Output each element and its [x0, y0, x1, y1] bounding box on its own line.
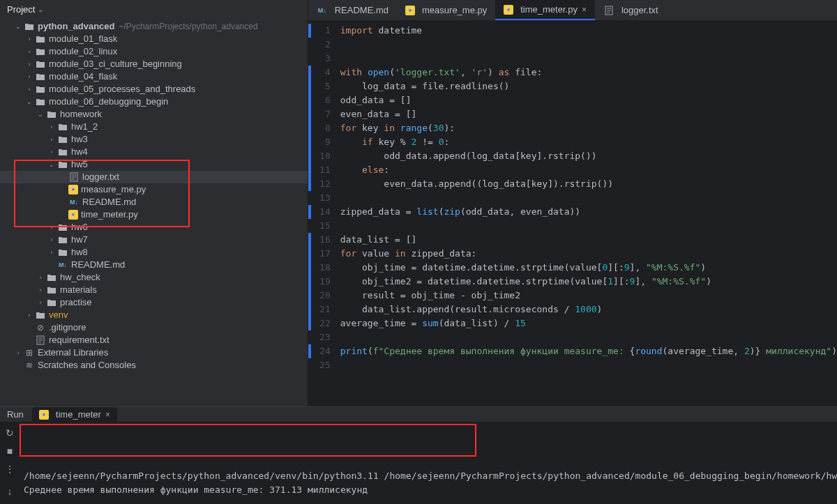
run-tab[interactable]: time_meter × — [32, 407, 117, 422]
twistie-icon[interactable]: › — [25, 309, 33, 321]
code-line[interactable]: even_data = [] — [338, 107, 837, 121]
code-line[interactable] — [338, 358, 837, 372]
code-line[interactable]: zipped_data = list(zip(odd_data, even_da… — [338, 205, 837, 219]
code-line[interactable]: print(f"Среднее время выполнения функции… — [338, 344, 837, 358]
tree-row[interactable]: ›module_05_processes_and_threads — [0, 83, 308, 96]
code-line[interactable]: for key in range(30): — [338, 121, 837, 135]
tree-row[interactable]: ›module_04_flask — [0, 70, 308, 83]
twistie-icon[interactable]: › — [47, 246, 56, 259]
editor-tab[interactable]: M↓README.md — [308, 0, 397, 20]
tree-row[interactable]: ›module_02_linux — [0, 45, 308, 58]
tree-row[interactable]: ›venv — [0, 309, 308, 321]
run-body: ↻ ■ ⋮ ↓ » /home/sejeenn/PycharmProjects/… — [0, 422, 837, 504]
more-icon[interactable]: ⋮ — [5, 464, 15, 475]
tree-row[interactable]: ⊘.gitignore — [0, 321, 308, 334]
stop-icon[interactable]: ■ — [7, 445, 13, 457]
twistie-icon[interactable]: › — [25, 45, 33, 58]
tree-row[interactable]: ⌄python_advanced~/PycharmProjects/python… — [0, 20, 308, 33]
code-line[interactable]: if key % 2 != 0: — [338, 135, 837, 149]
code-line[interactable]: obj_time = datetime.datetime.strptime(va… — [338, 261, 837, 275]
tree-row[interactable]: ›practise — [0, 296, 308, 309]
tree-row[interactable]: time_meter.py — [0, 208, 308, 221]
tree-label: python_advanced — [38, 20, 115, 33]
project-header[interactable]: Project ⌄ — [0, 0, 308, 19]
tree-row[interactable]: ≋Scratches and Consoles — [0, 359, 308, 372]
twistie-icon[interactable]: › — [25, 83, 33, 96]
code-line[interactable]: with open('logger.txt', 'r') as file: — [338, 66, 837, 79]
twistie-icon[interactable]: › — [36, 271, 45, 284]
tree-row[interactable]: ⌄hw5 — [0, 158, 308, 171]
code-editor[interactable]: 1234567891011121314151617181920212223242… — [308, 21, 837, 406]
run-output[interactable]: /home/sejeenn/PycharmProjects/python_adv… — [20, 422, 837, 504]
editor-tab[interactable]: measure_me.py — [397, 0, 495, 20]
code-line[interactable] — [338, 38, 837, 52]
close-icon[interactable]: × — [105, 410, 110, 420]
python-icon — [405, 6, 415, 15]
tree-row[interactable]: ›hw3 — [0, 133, 308, 146]
tree-row[interactable]: ›hw6 — [0, 221, 308, 234]
code-area[interactable]: import datetimewith open('logger.txt', '… — [338, 21, 837, 406]
tree-row[interactable]: requirement.txt — [0, 334, 308, 346]
rerun-icon[interactable]: ↻ — [6, 427, 14, 438]
twistie-icon[interactable]: › — [47, 221, 56, 234]
twistie-icon[interactable]: › — [25, 70, 33, 83]
tree-label: hw_check — [60, 271, 100, 284]
twistie-icon[interactable]: ⌄ — [14, 20, 22, 33]
tree-row[interactable]: ›materials — [0, 284, 308, 296]
code-line[interactable]: average_time = sum(data_list) / 15 — [338, 316, 837, 330]
tree-row[interactable]: ›hw4 — [0, 146, 308, 158]
tree-row[interactable]: ›hw7 — [0, 234, 308, 246]
tree-row[interactable]: ⌄module_06_debugging_begin — [0, 96, 308, 108]
twistie-icon[interactable]: › — [36, 296, 45, 309]
tree-label: module_03_ci_culture_beginning — [49, 58, 182, 70]
code-line[interactable]: odd_data.append(log_data[key].rstrip()) — [338, 149, 837, 163]
tree-row[interactable]: M↓README.md — [0, 196, 308, 208]
code-line[interactable] — [338, 219, 837, 233]
code-line[interactable]: else: — [338, 163, 837, 177]
code-line[interactable]: even_data.append((log_data[key]).rstrip(… — [338, 177, 837, 191]
close-icon[interactable]: × — [582, 5, 587, 15]
folder-icon — [46, 109, 57, 120]
code-line[interactable]: data_list = [] — [338, 233, 837, 247]
tree-row[interactable]: ⌄homework — [0, 108, 308, 121]
code-line[interactable] — [338, 191, 837, 205]
tree-row[interactable]: ›hw8 — [0, 246, 308, 259]
twistie-icon[interactable]: › — [25, 33, 33, 45]
code-line[interactable] — [338, 330, 837, 344]
tree-label: module_06_debugging_begin — [49, 96, 168, 108]
tree-row[interactable]: ›module_01_flask — [0, 33, 308, 45]
text-file-icon — [35, 335, 46, 346]
tree-row[interactable]: ›hw1_2 — [0, 121, 308, 133]
change-marker — [308, 66, 311, 191]
tree-row[interactable]: measure_me.py — [0, 183, 308, 196]
twistie-icon[interactable]: ⌄ — [36, 108, 45, 121]
project-tree[interactable]: ⌄python_advanced~/PycharmProjects/python… — [0, 19, 308, 406]
tree-row[interactable]: M↓README.md — [0, 259, 308, 271]
code-line[interactable]: import datetime — [338, 24, 837, 38]
ide-root: Project ⌄ ⌄python_advanced~/PycharmProje… — [0, 0, 837, 504]
tree-row[interactable]: ›⊞External Libraries — [0, 346, 308, 359]
editor-tab[interactable]: logger.txt — [595, 0, 667, 20]
twistie-icon[interactable]: › — [47, 121, 56, 133]
tree-row[interactable]: ›module_03_ci_culture_beginning — [0, 58, 308, 70]
twistie-icon[interactable]: › — [47, 146, 56, 158]
editor-tab[interactable]: time_meter.py× — [495, 0, 595, 20]
tree-label: hw3 — [71, 133, 88, 146]
twistie-icon[interactable]: › — [36, 284, 45, 296]
down-icon[interactable]: ↓ — [8, 486, 13, 497]
code-line[interactable] — [338, 52, 837, 66]
code-line[interactable]: for value in zipped_data: — [338, 247, 837, 261]
code-line[interactable]: log_data = file.readlines() — [338, 79, 837, 93]
tree-row[interactable]: ›hw_check — [0, 271, 308, 284]
code-line[interactable]: obj_time2 = datetime.datetime.strptime(v… — [338, 275, 837, 289]
twistie-icon[interactable]: › — [25, 58, 33, 70]
twistie-icon[interactable]: › — [47, 234, 56, 246]
twistie-icon[interactable]: › — [47, 133, 56, 146]
code-line[interactable]: data_list.append(result.microseconds / 1… — [338, 303, 837, 316]
twistie-icon[interactable]: › — [14, 346, 22, 359]
code-line[interactable]: odd_data = [] — [338, 93, 837, 107]
code-line[interactable]: result = obj_time - obj_time2 — [338, 289, 837, 303]
tree-row[interactable]: logger.txt — [0, 171, 308, 183]
twistie-icon[interactable]: ⌄ — [25, 96, 33, 108]
twistie-icon[interactable]: ⌄ — [47, 158, 56, 171]
